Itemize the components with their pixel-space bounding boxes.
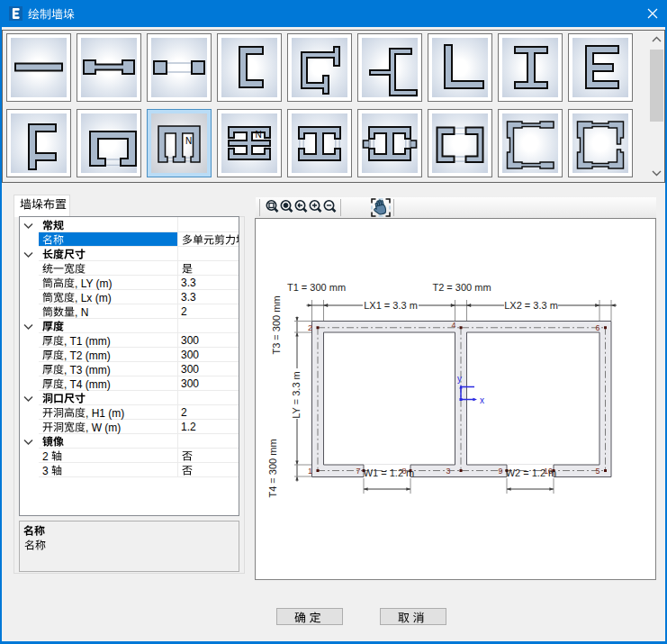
svg-text:2: 2 xyxy=(308,323,312,332)
svg-text:T3 = 300 mm: T3 = 300 mm xyxy=(271,295,282,354)
svg-text:T2 = 300 mm: T2 = 300 mm xyxy=(432,282,491,293)
svg-text:7: 7 xyxy=(356,467,360,476)
svg-text:W2 = 1.2 m: W2 = 1.2 m xyxy=(506,467,557,478)
svg-text:W1 = 1.2 m: W1 = 1.2 m xyxy=(364,467,415,478)
svg-text:, N: , N xyxy=(75,306,88,319)
svg-text:4: 4 xyxy=(451,321,455,330)
svg-text:, LY (m): , LY (m) xyxy=(75,277,113,290)
svg-text:, Lx (m): , Lx (m) xyxy=(75,292,112,304)
svg-text:, T4 (mm): , T4 (mm) xyxy=(64,378,111,391)
svg-text:9: 9 xyxy=(498,467,502,476)
svg-text:, T1 (mm): , T1 (mm) xyxy=(64,335,111,348)
svg-text:y: y xyxy=(457,374,462,384)
svg-text:3: 3 xyxy=(42,465,49,477)
svg-text:5: 5 xyxy=(595,467,599,476)
svg-text:, T3 (mm): , T3 (mm) xyxy=(64,364,111,376)
svg-text:2: 2 xyxy=(42,450,49,463)
svg-text:LX1 = 3.3 m: LX1 = 3.3 m xyxy=(364,300,418,311)
svg-text:1: 1 xyxy=(308,467,312,476)
svg-text:LX2 = 3.3 m: LX2 = 3.3 m xyxy=(504,300,558,311)
svg-text:LY = 3.3 m: LY = 3.3 m xyxy=(291,371,302,419)
svg-text:6: 6 xyxy=(595,323,599,332)
svg-text:, H1 (m): , H1 (m) xyxy=(86,407,124,420)
svg-text:, T2 (mm): , T2 (mm) xyxy=(64,349,111,362)
svg-text:x: x xyxy=(480,395,484,405)
svg-text:3: 3 xyxy=(446,467,450,476)
svg-text:, W (m): , W (m) xyxy=(86,422,121,434)
svg-text:T4 = 300 mm: T4 = 300 mm xyxy=(267,439,278,497)
svg-text:T1 = 300 mm: T1 = 300 mm xyxy=(287,282,346,293)
